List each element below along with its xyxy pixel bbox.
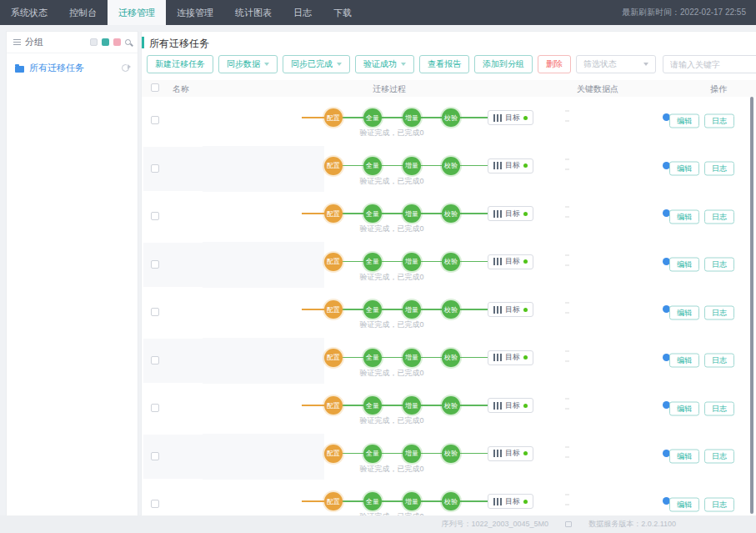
log-button[interactable]: 日志: [704, 162, 734, 176]
target-node[interactable]: 目标: [488, 302, 533, 317]
new-migration-task-button[interactable]: 新建迁移任务: [147, 55, 213, 73]
flow-line: [382, 261, 403, 263]
flow-line: [421, 165, 442, 167]
target-node[interactable]: 目标: [488, 494, 533, 509]
flow-line: [382, 405, 403, 406]
row-checkbox[interactable]: [151, 308, 159, 316]
sync-done-dropdown[interactable]: 同步已完成: [283, 55, 350, 73]
scrollbar-thumb[interactable]: [750, 97, 753, 514]
log-button[interactable]: 日志: [704, 113, 734, 128]
add-to-group-button[interactable]: 添加到分组: [474, 55, 533, 73]
row-checkbox[interactable]: [151, 452, 159, 460]
refresh-icon[interactable]: [122, 64, 129, 72]
edit-button[interactable]: 编辑: [669, 497, 699, 511]
row-checkbox[interactable]: [151, 356, 159, 365]
edit-button[interactable]: 编辑: [669, 113, 699, 128]
flow-step-incremental: 增量: [403, 349, 421, 367]
flow-step-full: 全量: [363, 204, 382, 223]
flow-step-config: 配置: [324, 204, 343, 223]
verify-ok-dropdown[interactable]: 验证成功: [355, 55, 414, 73]
chevron-down-icon: [643, 63, 648, 66]
log-button[interactable]: 日志: [704, 450, 734, 464]
flow-line: [382, 453, 403, 455]
nav-console[interactable]: 控制台: [58, 0, 108, 25]
add-group-icon[interactable]: [102, 38, 109, 46]
table-row: 配置 全量 增量 校验 目标 验证完成，已完成0 编辑 日志: [142, 385, 748, 433]
log-button[interactable]: 日志: [704, 497, 734, 511]
nav-logs[interactable]: 日志: [283, 0, 323, 25]
flow-line: [460, 309, 488, 310]
target-label: 目标: [505, 160, 520, 171]
sync-data-dropdown[interactable]: 同步数据: [218, 55, 278, 73]
col-header-actions: 操作: [710, 83, 727, 95]
nav-system-status[interactable]: 系统状态: [0, 0, 58, 25]
target-node[interactable]: 目标: [488, 398, 533, 413]
chevron-down-icon: [337, 63, 342, 66]
edit-button[interactable]: 编辑: [669, 401, 699, 415]
flow-step-incremental: 增量: [403, 396, 421, 415]
edit-button[interactable]: 编辑: [669, 209, 699, 224]
edit-button[interactable]: 编辑: [669, 450, 699, 464]
flow-step-config: 配置: [324, 253, 343, 271]
flow-line: [382, 117, 403, 118]
select-all-checkbox[interactable]: [151, 83, 159, 92]
nav-download[interactable]: 下载: [323, 0, 363, 25]
flow-step-verify: 校验: [442, 445, 460, 463]
target-node[interactable]: 目标: [488, 110, 533, 125]
target-node[interactable]: 目标: [488, 158, 533, 173]
row-checkbox[interactable]: [151, 212, 159, 220]
row-checkbox[interactable]: [151, 500, 159, 508]
flow-line: [302, 213, 324, 214]
task-rows: 配置 全量 增量 校验 目标 验证完成，已完成0 编辑 日志: [142, 97, 748, 515]
key-datapoints-cell: [563, 480, 675, 515]
new-task-label: 新建迁移任务: [155, 58, 205, 70]
group-sidebar: 分组 所有迁移任务: [7, 32, 138, 527]
key-datapoints-cell: [563, 241, 675, 289]
target-node[interactable]: 目标: [488, 254, 533, 269]
table-row: 配置 全量 增量 校验 目标 验证完成，已完成0 编辑 日志: [142, 337, 748, 385]
target-node[interactable]: 目标: [488, 350, 533, 365]
sync-data-label: 同步数据: [227, 58, 260, 70]
view-report-button[interactable]: 查看报告: [419, 55, 469, 73]
log-button[interactable]: 日志: [704, 258, 734, 272]
page-title: 所有迁移任务: [149, 37, 209, 51]
row-checkbox[interactable]: [151, 164, 159, 173]
nav-statistics-charts[interactable]: 统计图表: [224, 0, 283, 25]
flow-caption: 验证完成，已完成0: [359, 464, 423, 475]
keyword-search-input[interactable]: [663, 55, 756, 73]
table-row: 配置 全量 增量 校验 目标 验证完成，已完成0 编辑 日志: [142, 241, 748, 289]
filter-status-select[interactable]: 筛选状态: [576, 55, 656, 73]
delete-button[interactable]: 删除: [538, 55, 571, 73]
flow-caption: 验证完成，已完成0: [359, 272, 423, 283]
row-checkbox[interactable]: [151, 116, 159, 124]
status-dot-icon: [523, 355, 528, 360]
log-button[interactable]: 日志: [704, 354, 734, 368]
remove-group-icon[interactable]: [113, 38, 121, 46]
list-view-icon[interactable]: [90, 38, 98, 46]
edit-button[interactable]: 编辑: [669, 354, 699, 368]
table-row: 配置 全量 增量 校验 目标 验证完成，已完成0 编辑 日志: [142, 289, 748, 337]
migration-flow: 配置 全量 增量 校验 目标 验证完成，已完成0: [300, 480, 542, 515]
nav-migration-management[interactable]: 迁移管理: [108, 0, 166, 25]
row-checkbox[interactable]: [151, 260, 159, 269]
flow-step-config: 配置: [324, 492, 343, 510]
status-dot-icon: [523, 451, 528, 455]
vertical-scrollbar[interactable]: [750, 97, 753, 514]
edit-button[interactable]: 编辑: [669, 162, 699, 176]
edit-button[interactable]: 编辑: [669, 258, 699, 272]
key-datapoints-cell: [563, 145, 675, 194]
migration-flow: 配置 全量 增量 校验 目标 验证完成，已完成0: [300, 97, 542, 145]
search-icon[interactable]: [125, 39, 131, 45]
log-button[interactable]: 日志: [704, 209, 734, 224]
row-checkbox[interactable]: [151, 404, 159, 412]
database-icon: [493, 210, 502, 218]
sidebar-item-all-migration-tasks[interactable]: 所有迁移任务: [7, 62, 138, 74]
log-button[interactable]: 日志: [704, 305, 734, 319]
log-button[interactable]: 日志: [704, 401, 734, 415]
target-node[interactable]: 目标: [488, 446, 533, 461]
edit-button[interactable]: 编辑: [669, 305, 699, 319]
chevron-down-icon: [401, 63, 406, 66]
target-node[interactable]: 目标: [488, 206, 533, 221]
flow-line: [343, 357, 363, 359]
nav-connection-management[interactable]: 连接管理: [166, 0, 224, 25]
